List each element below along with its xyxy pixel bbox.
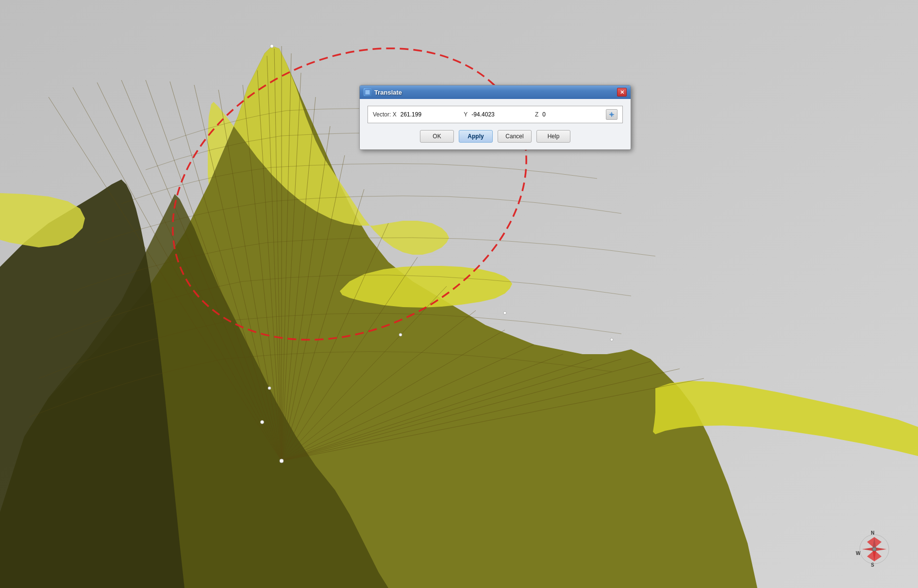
dialog-body: Vector: X Y Z OK Apply Cancel Help <box>360 99 631 149</box>
svg-point-44 <box>503 311 506 314</box>
svg-rect-61 <box>366 90 369 94</box>
ok-button[interactable]: OK <box>420 130 454 143</box>
svg-point-41 <box>261 421 264 424</box>
compass-rose: N W S <box>855 530 894 569</box>
z-separator: Z <box>535 111 538 118</box>
svg-point-46 <box>270 45 274 48</box>
svg-text:S: S <box>871 562 874 568</box>
translate-dialog: Translate ✕ Vector: X Y Z OK Apply Cance… <box>359 85 631 150</box>
x-value-input[interactable] <box>401 111 460 118</box>
svg-marker-56 <box>874 550 882 561</box>
y-value-input[interactable] <box>471 111 531 118</box>
apply-button[interactable]: Apply <box>459 130 493 143</box>
dialog-titlebar: Translate ✕ <box>360 85 631 99</box>
svg-point-43 <box>399 333 402 336</box>
svg-point-45 <box>610 338 613 341</box>
svg-marker-57 <box>867 550 874 561</box>
y-separator: Y <box>464 111 467 118</box>
svg-point-58 <box>872 547 876 551</box>
svg-marker-55 <box>867 537 874 548</box>
dialog-title: Translate <box>374 89 402 96</box>
dialog-title-left: Translate <box>364 88 402 96</box>
cancel-button[interactable]: Cancel <box>498 130 532 143</box>
z-value-input[interactable] <box>542 111 602 118</box>
svg-point-42 <box>268 387 271 390</box>
vector-input-row: Vector: X Y Z <box>367 106 623 123</box>
svg-marker-54 <box>874 537 882 548</box>
help-button[interactable]: Help <box>536 130 570 143</box>
vector-x-label: Vector: X <box>373 111 397 118</box>
close-button[interactable]: ✕ <box>617 88 627 97</box>
svg-point-40 <box>280 459 284 463</box>
dialog-button-row: OK Apply Cancel Help <box>367 130 623 143</box>
dialog-icon <box>364 88 371 96</box>
pick-button[interactable] <box>606 109 618 120</box>
